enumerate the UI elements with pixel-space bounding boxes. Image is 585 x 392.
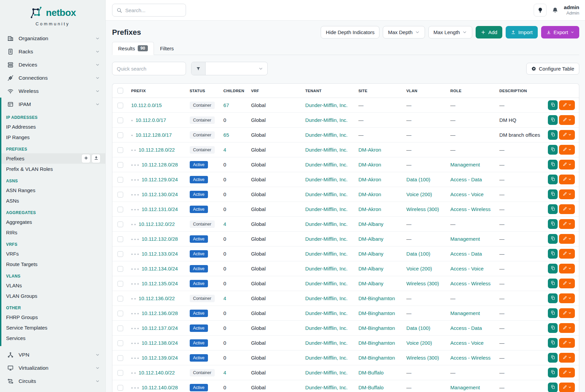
tenant-link[interactable]: Dunder-Mifflin, Inc.	[305, 102, 348, 108]
tenant-link[interactable]: Dunder-Mifflin, Inc.	[305, 355, 348, 361]
vlan-link[interactable]: Voice (200)	[406, 191, 432, 197]
copy-button[interactable]	[548, 115, 558, 125]
row-checkbox[interactable]	[117, 117, 123, 123]
sidebar-item-vlan-groups[interactable]: VLAN Groups	[0, 291, 105, 301]
sidebar-item-ipam[interactable]: IPAM	[0, 98, 105, 111]
role-link[interactable]: Access - Data	[450, 177, 482, 182]
sidebar-item-racks[interactable]: Racks	[0, 45, 105, 58]
tenant-link[interactable]: Dunder-Mifflin, Inc.	[305, 310, 348, 316]
site-link[interactable]: DM-Akron	[358, 162, 381, 167]
search-input[interactable]	[125, 7, 182, 13]
sidebar-item-services[interactable]: Services	[0, 333, 105, 343]
tenant-link[interactable]: Dunder-Mifflin, Inc.	[305, 251, 348, 257]
sidebar-item-prefix-vlan-roles[interactable]: Prefix & VLAN Roles	[0, 164, 105, 174]
user-menu[interactable]: admin Admin	[564, 4, 579, 16]
prefix-link[interactable]: 10.112.140.0/28	[142, 385, 178, 390]
prefix-link[interactable]: 10.112.128.0/22	[139, 147, 175, 153]
site-link[interactable]: DM-Binghamton	[358, 340, 395, 346]
tenant-link[interactable]: Dunder-Mifflin, Inc.	[305, 385, 348, 390]
row-checkbox[interactable]	[117, 132, 123, 138]
site-link[interactable]: DM-Binghamton	[358, 355, 395, 361]
copy-button[interactable]	[548, 353, 558, 363]
row-checkbox[interactable]	[117, 192, 123, 198]
copy-button[interactable]	[548, 308, 558, 318]
prefix-link[interactable]: 10.112.136.0/22	[139, 295, 175, 301]
edit-dropdown-button[interactable]	[559, 219, 575, 229]
edit-dropdown-button[interactable]	[559, 338, 575, 348]
sidebar-item-service-templates[interactable]: Service Templates	[0, 322, 105, 333]
tenant-link[interactable]: Dunder-Mifflin, Inc.	[305, 206, 348, 212]
vlan-link[interactable]: Wireless (300)	[406, 281, 439, 286]
row-checkbox[interactable]	[117, 281, 123, 287]
site-link[interactable]: DM-Albany	[358, 236, 383, 242]
import-button[interactable]: Import	[506, 26, 538, 38]
children-count-link[interactable]: 4	[223, 370, 226, 375]
export-dropdown-button[interactable]: Export	[541, 26, 579, 38]
edit-dropdown-button[interactable]	[559, 279, 575, 288]
role-link[interactable]: Access - Voice	[450, 340, 483, 346]
row-checkbox[interactable]	[117, 207, 123, 212]
column-header-tenant[interactable]: TENANT	[302, 84, 355, 98]
tab-results[interactable]: Results 90	[112, 42, 154, 55]
tenant-link[interactable]: Dunder-Mifflin, Inc.	[305, 117, 348, 123]
tenant-link[interactable]: Dunder-Mifflin, Inc.	[305, 162, 348, 167]
theme-toggle-button[interactable]	[534, 4, 547, 17]
edit-dropdown-button[interactable]	[559, 293, 575, 303]
prefix-link[interactable]: 10.112.0.0/17	[136, 117, 166, 123]
row-checkbox[interactable]	[117, 147, 123, 153]
sidebar-item-fhrp-groups[interactable]: FHRP Groups	[0, 312, 105, 322]
copy-button[interactable]	[548, 338, 558, 348]
row-checkbox[interactable]	[117, 251, 123, 257]
role-link[interactable]: Management	[450, 162, 480, 167]
edit-dropdown-button[interactable]	[559, 264, 575, 273]
sidebar-item-rirs[interactable]: RIRs	[0, 227, 105, 238]
role-link[interactable]: Management	[450, 385, 480, 390]
tenant-link[interactable]: Dunder-Mifflin, Inc.	[305, 177, 348, 182]
edit-dropdown-button[interactable]	[559, 353, 575, 363]
copy-button[interactable]	[548, 175, 558, 184]
global-search[interactable]	[112, 4, 186, 17]
site-link[interactable]: DM-Albany	[358, 281, 383, 286]
edit-dropdown-button[interactable]	[559, 234, 575, 244]
column-header-vlan[interactable]: VLAN	[403, 84, 447, 98]
copy-button[interactable]	[548, 219, 558, 229]
copy-button[interactable]	[548, 249, 558, 259]
vlan-link[interactable]: Wireless (300)	[406, 355, 439, 361]
column-header-vrf[interactable]: VRF	[248, 84, 302, 98]
row-checkbox[interactable]	[117, 103, 123, 108]
role-link[interactable]: Access - Wireless	[450, 355, 490, 361]
vlan-link[interactable]: Voice (200)	[406, 266, 432, 271]
copy-button[interactable]	[548, 323, 558, 333]
copy-button[interactable]	[548, 293, 558, 303]
role-link[interactable]: Access - Data	[450, 325, 482, 331]
role-link[interactable]: Access - Voice	[450, 191, 483, 197]
column-header-status[interactable]: STATUS	[186, 84, 220, 98]
tenant-link[interactable]: Dunder-Mifflin, Inc.	[305, 191, 348, 197]
tenant-link[interactable]: Dunder-Mifflin, Inc.	[305, 370, 348, 375]
sidebar-item-circuits[interactable]: Circuits	[0, 374, 105, 388]
edit-dropdown-button[interactable]	[559, 204, 575, 214]
row-checkbox[interactable]	[117, 370, 123, 376]
site-link[interactable]: DM-Binghamton	[358, 310, 395, 316]
edit-dropdown-button[interactable]	[559, 145, 575, 155]
edit-dropdown-button[interactable]	[559, 249, 575, 259]
tenant-link[interactable]: Dunder-Mifflin, Inc.	[305, 281, 348, 286]
sidebar-item-prefixes[interactable]: Prefixes	[0, 153, 105, 164]
quick-import-button[interactable]	[91, 154, 101, 163]
edit-dropdown-button[interactable]	[559, 130, 575, 140]
quick-search-input[interactable]	[112, 62, 186, 75]
prefix-link[interactable]: 10.112.129.0/24	[142, 177, 178, 182]
site-link[interactable]: DM-Akron	[358, 206, 381, 212]
row-checkbox[interactable]	[117, 311, 123, 316]
sidebar-item-ip-addresses[interactable]: IP Addresses	[0, 122, 105, 132]
role-link[interactable]: Management	[450, 310, 480, 316]
tenant-link[interactable]: Dunder-Mifflin, Inc.	[305, 340, 348, 346]
edit-dropdown-button[interactable]	[559, 189, 575, 199]
vlan-link[interactable]: Data (100)	[406, 325, 430, 331]
prefix-link[interactable]: 10.112.138.0/24	[142, 340, 178, 346]
sidebar-item-asn-ranges[interactable]: ASN Ranges	[0, 185, 105, 195]
prefix-link[interactable]: 10.112.132.0/28	[142, 236, 178, 242]
column-header-description[interactable]: DESCRIPTION	[496, 84, 544, 98]
vlan-link[interactable]: Voice (200)	[406, 340, 432, 346]
role-link[interactable]: Access - Wireless	[450, 281, 490, 286]
